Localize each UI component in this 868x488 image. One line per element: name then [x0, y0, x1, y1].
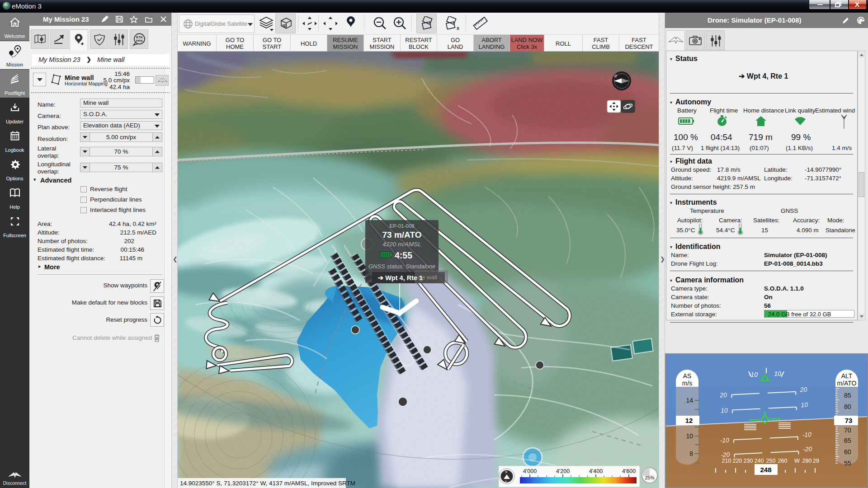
svg-text:230: 230 [744, 458, 753, 464]
svg-text:GNSS status: Standalone: GNSS status: Standalone [368, 263, 435, 270]
svg-text:+: + [505, 470, 507, 474]
svg-text:➔ Wpt 4, Rte 1: ➔ Wpt 4, Rte 1 [378, 274, 423, 282]
svg-text:4'200: 4'200 [556, 468, 570, 474]
svg-text:55: 55 [844, 460, 851, 467]
svg-text:10: 10 [801, 401, 808, 408]
svg-text:14: 14 [686, 397, 693, 404]
svg-text:25%: 25% [645, 475, 654, 480]
svg-text:12: 12 [685, 417, 693, 424]
svg-text:ALT: ALT [841, 372, 853, 380]
svg-text:60: 60 [844, 448, 851, 455]
svg-text:29: 29 [813, 458, 819, 464]
svg-text:3D: 3D [282, 23, 287, 28]
svg-text:14.9023550° S, 71.3203172° W,: 14.9023550° S, 71.3203172° W, 4137 m/AMS… [180, 480, 355, 487]
svg-text:x: x [457, 25, 460, 31]
svg-text:250: 250 [766, 458, 776, 464]
svg-text:10: 10 [721, 407, 728, 414]
svg-text:4220 m/AMSL: 4220 m/AMSL [382, 241, 421, 248]
svg-text:20: 20 [719, 391, 727, 399]
svg-text:-10: -10 [802, 431, 811, 438]
svg-text:280: 280 [802, 458, 812, 464]
svg-text:4:55: 4:55 [395, 250, 412, 260]
svg-text:240: 240 [755, 458, 764, 464]
svg-text:220: 220 [733, 458, 742, 464]
svg-text:248: 248 [760, 466, 771, 474]
svg-text:73: 73 [845, 417, 853, 424]
svg-text:-20: -20 [803, 445, 812, 453]
svg-text:8: 8 [689, 450, 693, 457]
svg-text:73 m/ATO: 73 m/ATO [382, 230, 422, 239]
svg-text:-10: -10 [749, 371, 758, 378]
svg-text:65: 65 [844, 437, 851, 444]
svg-text:4'000: 4'000 [523, 468, 537, 474]
svg-text:10: 10 [686, 432, 693, 440]
svg-text:4'400: 4'400 [589, 468, 603, 474]
svg-text:260: 260 [778, 458, 788, 464]
svg-text:85: 85 [844, 392, 851, 399]
svg-text:m/s: m/s [682, 380, 693, 387]
svg-text:W: W [794, 458, 800, 464]
svg-text:-: - [505, 478, 507, 483]
svg-text:AS: AS [683, 372, 692, 380]
svg-text:m/ATO: m/ATO [837, 380, 856, 387]
svg-text:80: 80 [844, 403, 851, 410]
svg-text:PPK: PPK [136, 39, 143, 43]
svg-text:210: 210 [722, 458, 731, 464]
svg-text:EP-01-008: EP-01-008 [390, 223, 415, 229]
svg-text:10: 10 [774, 370, 781, 377]
svg-text:20: 20 [799, 386, 807, 394]
svg-text:4'600: 4'600 [622, 468, 636, 474]
svg-text:-10: -10 [720, 436, 729, 444]
svg-text:70: 70 [844, 427, 851, 434]
